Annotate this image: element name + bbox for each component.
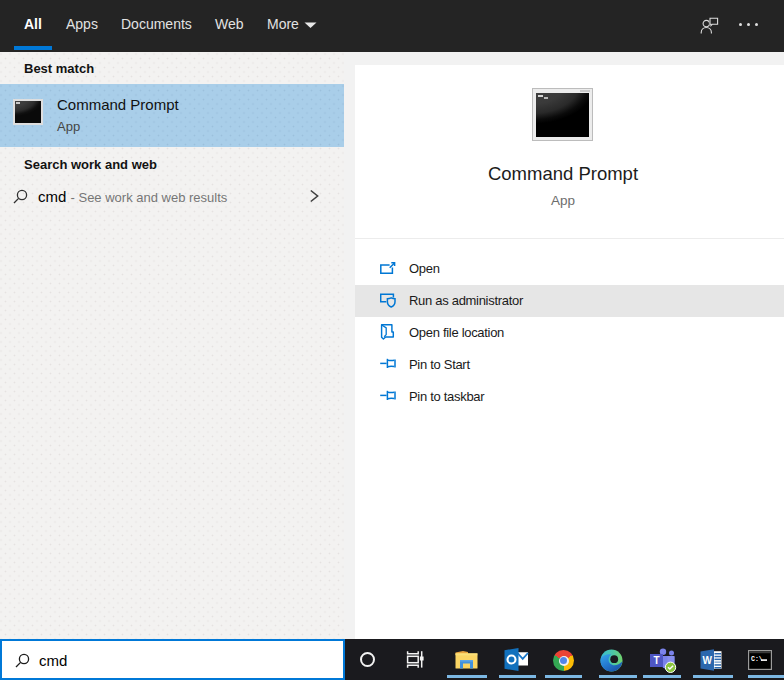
svg-text:C:\: C:\	[751, 656, 763, 663]
svg-text:T: T	[653, 655, 659, 666]
svg-text:W: W	[702, 655, 712, 666]
